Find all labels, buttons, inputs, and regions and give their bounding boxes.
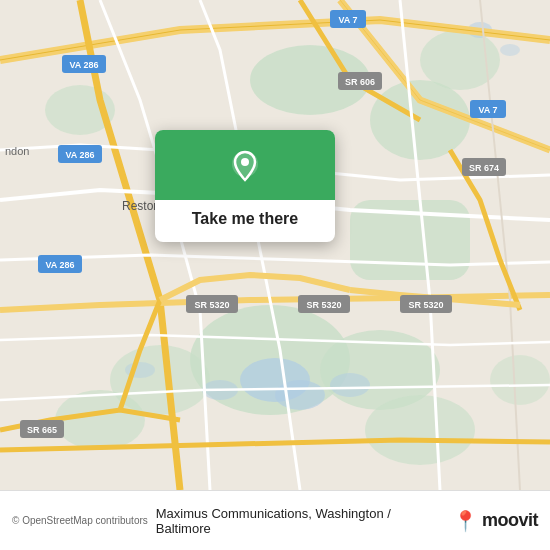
moovit-pin-icon: 📍 xyxy=(453,509,478,533)
bottom-bar: © OpenStreetMap contributors Maximus Com… xyxy=(0,490,550,550)
svg-point-10 xyxy=(365,395,475,465)
svg-text:VA 7: VA 7 xyxy=(338,15,357,25)
copyright-text: © OpenStreetMap contributors xyxy=(12,515,148,526)
map-container: VA 7 VA 7 VA 286 VA 286 VA 286 SR 606 SR… xyxy=(0,0,550,490)
popup-card: Take me there xyxy=(155,130,335,242)
map-background: VA 7 VA 7 VA 286 VA 286 VA 286 SR 606 SR… xyxy=(0,0,550,490)
moovit-logo: 📍 moovit xyxy=(453,509,538,533)
svg-text:SR 674: SR 674 xyxy=(469,163,499,173)
svg-text:VA 286: VA 286 xyxy=(45,260,74,270)
svg-point-18 xyxy=(500,44,520,56)
svg-point-13 xyxy=(275,380,325,410)
moovit-brand-text: moovit xyxy=(482,510,538,531)
svg-text:SR 5320: SR 5320 xyxy=(194,300,229,310)
svg-point-44 xyxy=(241,158,249,166)
svg-text:SR 665: SR 665 xyxy=(27,425,57,435)
svg-text:VA 286: VA 286 xyxy=(69,60,98,70)
svg-point-14 xyxy=(330,373,370,397)
svg-text:SR 5320: SR 5320 xyxy=(408,300,443,310)
svg-text:VA 286: VA 286 xyxy=(65,150,94,160)
popup-header xyxy=(155,130,335,200)
take-me-there-button[interactable]: Take me there xyxy=(176,200,314,242)
svg-point-11 xyxy=(490,355,550,405)
svg-point-9 xyxy=(55,390,145,450)
location-pin-icon xyxy=(226,148,264,186)
svg-text:SR 606: SR 606 xyxy=(345,77,375,87)
app-name: Maximus Communications, Washington / Bal… xyxy=(156,506,445,536)
svg-text:VA 7: VA 7 xyxy=(478,105,497,115)
svg-text:SR 5320: SR 5320 xyxy=(306,300,341,310)
svg-text:ndon: ndon xyxy=(5,145,29,157)
